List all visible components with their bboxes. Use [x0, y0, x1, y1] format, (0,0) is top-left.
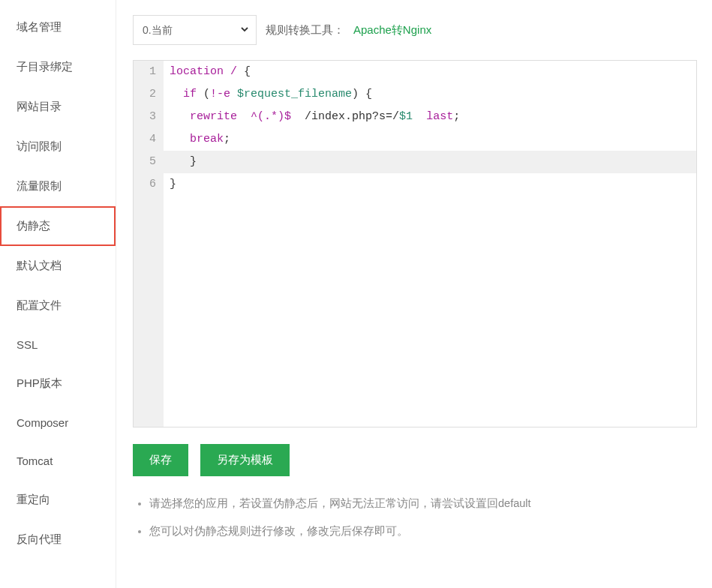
sidebar-item-label: 默认文档 — [17, 259, 62, 272]
sidebar-item-8[interactable]: SSL — [0, 326, 116, 364]
gutter-line: 1 — [134, 61, 164, 83]
code-line[interactable]: break; — [164, 128, 696, 151]
code-line[interactable]: } — [164, 173, 696, 196]
code-token-op: / — [230, 65, 237, 78]
sidebar-item-label: 访问限制 — [17, 140, 62, 152]
sidebar-item-7[interactable]: 配置文件 — [0, 286, 116, 326]
code-token-punc: } — [170, 155, 197, 168]
button-row: 保存 另存为模板 — [133, 444, 697, 476]
template-select-wrap: 0.当前 — [133, 15, 257, 45]
code-token-plain — [224, 65, 230, 78]
gutter-line: 6 — [134, 173, 164, 196]
help-item-1: 您可以对伪静态规则进行修改，修改完后保存即可。 — [149, 523, 697, 540]
sidebar-item-11[interactable]: Tomcat — [0, 442, 116, 480]
sidebar-item-label: 域名管理 — [17, 20, 62, 33]
code-line[interactable]: if (!-e $request_filename) { — [164, 83, 696, 106]
code-line[interactable]: rewrite ^(.*)$ /index.php?s=/$1 last; — [164, 106, 696, 128]
code-token-punc: ( — [197, 88, 210, 100]
code-line[interactable]: location / { — [164, 61, 696, 83]
code-token-keyword: rewrite — [190, 110, 237, 123]
sidebar-item-5[interactable]: 伪静态 — [0, 206, 116, 246]
sidebar-item-label: 流量限制 — [17, 179, 62, 192]
sidebar-item-13[interactable]: 反向代理 — [0, 520, 116, 560]
sidebar-item-label: 网站目录 — [17, 100, 62, 112]
code-token-punc: ; — [453, 110, 460, 123]
code-token-punc: ; — [224, 133, 230, 146]
sidebar-item-label: 反向代理 — [17, 532, 62, 545]
code-token-plain — [170, 110, 190, 123]
code-token-punc: } — [170, 178, 176, 190]
sidebar-item-label: Tomcat — [17, 454, 53, 467]
code-token-punc: { — [237, 65, 251, 78]
gutter-line: 2 — [134, 83, 164, 106]
code-token-keyword: location — [170, 65, 224, 78]
help-item-0: 请选择您的应用，若设置伪静态后，网站无法正常访问，请尝试设置回default — [149, 495, 697, 512]
code-area[interactable]: location / { if (!-e $request_filename) … — [164, 61, 696, 427]
sidebar-item-label: Composer — [17, 416, 68, 429]
code-token-punc: ) { — [352, 88, 372, 100]
apache-to-nginx-link[interactable]: Apache转Nginx — [353, 23, 431, 38]
code-token-keyword: last — [426, 110, 453, 123]
conversion-tool-label: 规则转换工具： — [266, 23, 344, 38]
code-token-plain — [413, 110, 426, 123]
sidebar-item-0[interactable]: 域名管理 — [0, 8, 116, 47]
gutter-line: 3 — [134, 106, 164, 128]
sidebar-item-4[interactable]: 流量限制 — [0, 166, 116, 206]
code-token-op: ^(.*)$ — [251, 110, 291, 123]
code-token-plain — [230, 88, 237, 100]
sidebar-item-3[interactable]: 访问限制 — [0, 127, 116, 166]
sidebar-item-1[interactable]: 子目录绑定 — [0, 47, 116, 87]
sidebar-item-6[interactable]: 默认文档 — [0, 246, 116, 286]
code-token-plain — [237, 110, 251, 123]
sidebar-item-label: SSL — [17, 338, 38, 351]
help-item-text: 您可以对伪静态规则进行修改，修改完后保存即可。 — [149, 525, 408, 537]
code-token-keyword: break — [190, 133, 224, 146]
gutter-line: 4 — [134, 128, 164, 151]
sidebar-item-12[interactable]: 重定向 — [0, 480, 116, 520]
code-token-var: $request_filename — [237, 88, 352, 100]
sidebar: 域名管理子目录绑定网站目录访问限制流量限制伪静态默认文档配置文件SSLPHP版本… — [0, 0, 116, 588]
code-token-var: $1 — [399, 110, 413, 123]
gutter-line: 5 — [134, 151, 164, 173]
help-list: 请选择您的应用，若设置伪静态后，网站无法正常访问，请尝试设置回default您可… — [133, 495, 697, 540]
sidebar-item-label: 重定向 — [17, 493, 50, 506]
sidebar-item-label: 配置文件 — [17, 298, 62, 311]
code-token-op: !-e — [210, 88, 230, 100]
sidebar-item-label: PHP版本 — [17, 376, 62, 389]
save-button[interactable]: 保存 — [133, 444, 188, 476]
code-token-plain — [170, 88, 183, 100]
sidebar-item-label: 伪静态 — [17, 219, 50, 232]
code-line[interactable]: } — [164, 151, 696, 173]
top-row: 0.当前 规则转换工具： Apache转Nginx — [133, 15, 697, 45]
sidebar-item-10[interactable]: Composer — [0, 404, 116, 442]
code-token-keyword: if — [183, 88, 197, 100]
save-as-template-button[interactable]: 另存为模板 — [200, 444, 290, 476]
code-gutter: 123456 — [134, 61, 164, 427]
help-item-text: 请选择您的应用，若设置伪静态后，网站无法正常访问，请尝试设置回default — [149, 497, 531, 509]
main-content: 0.当前 规则转换工具： Apache转Nginx 123456 locatio… — [116, 0, 712, 588]
code-token-plain: /index.php?s=/ — [291, 110, 399, 123]
template-select[interactable]: 0.当前 — [133, 15, 257, 45]
sidebar-item-9[interactable]: PHP版本 — [0, 364, 116, 404]
sidebar-item-label: 子目录绑定 — [17, 60, 73, 73]
sidebar-item-2[interactable]: 网站目录 — [0, 87, 116, 127]
code-editor[interactable]: 123456 location / { if (!-e $request_fil… — [133, 60, 697, 428]
code-token-plain — [170, 133, 190, 146]
